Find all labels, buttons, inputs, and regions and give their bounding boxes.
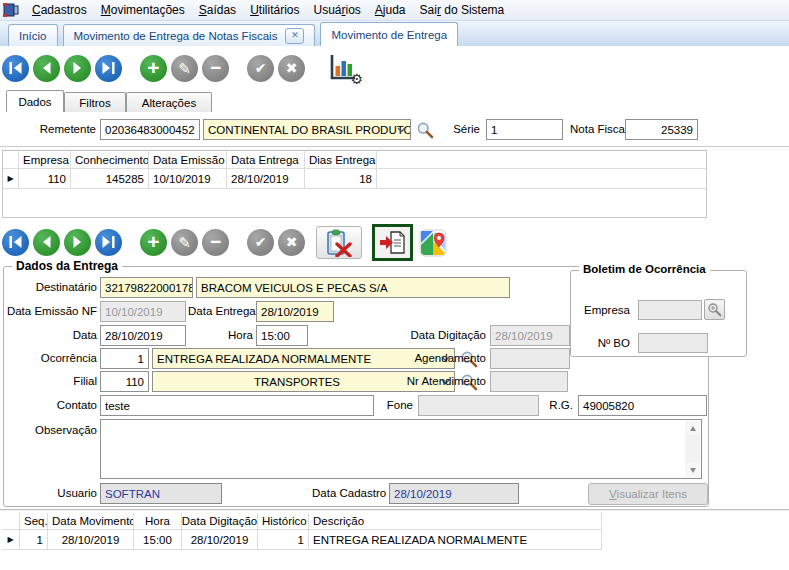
- grid-cell[interactable]: ▶: [3, 169, 19, 189]
- delete-icon: −: [210, 232, 221, 251]
- add-button[interactable]: +: [140, 229, 167, 256]
- table-row[interactable]: ▶11014528510/10/201928/10/201918: [3, 169, 706, 189]
- data-label: Data: [40, 325, 97, 346]
- next-button[interactable]: [64, 55, 91, 82]
- prev-button[interactable]: [33, 55, 60, 82]
- observacao-textarea[interactable]: [100, 419, 702, 479]
- edit-button[interactable]: ✎: [171, 229, 198, 256]
- boletim-title: Boletim de Ocorrência: [579, 263, 710, 275]
- menu-item-ajuda[interactable]: Ajuda: [368, 2, 413, 18]
- bo-empresa-field: [638, 300, 702, 320]
- confirm-button[interactable]: ✔: [247, 229, 274, 256]
- data-cadastro-label: Data Cadastro: [312, 483, 385, 504]
- tab-movimento-de-entrega[interactable]: Movimento de Entrega: [320, 22, 458, 46]
- search-icon[interactable]: [416, 121, 434, 139]
- bo-search-button[interactable]: [704, 299, 725, 320]
- ocorrencia-label: Ocorrência: [30, 348, 97, 369]
- menu-item-usuarios[interactable]: Usuários: [306, 2, 367, 18]
- data-field[interactable]: 28/10/2019: [100, 325, 186, 346]
- grid-cell[interactable]: 110: [19, 169, 71, 189]
- gear-icon: ⚙: [350, 71, 363, 87]
- edit-button[interactable]: ✎: [171, 55, 198, 82]
- grid-cell[interactable]: 28/10/2019: [182, 530, 258, 550]
- add-button[interactable]: +: [140, 55, 167, 82]
- tab-inicio[interactable]: Início: [8, 24, 58, 46]
- serie-field[interactable]: 1: [486, 119, 563, 140]
- ocorrencia-code-field[interactable]: 1: [100, 348, 149, 369]
- first-icon: [9, 236, 22, 248]
- grid-cell[interactable]: 10/10/2019: [149, 169, 227, 189]
- scroll-down-icon[interactable]: [685, 463, 700, 477]
- rg-field[interactable]: 49005820: [578, 395, 707, 416]
- data-emissao-nf-field: 10/10/2019: [100, 301, 186, 322]
- grid-cell[interactable]: 1: [258, 530, 309, 550]
- data-entrega-field[interactable]: 28/10/2019: [256, 301, 334, 322]
- cancel-button[interactable]: ✖: [278, 229, 305, 256]
- grid-header-empresa: Empresa: [19, 151, 71, 169]
- last-button[interactable]: [95, 55, 122, 82]
- delete-button[interactable]: −: [202, 55, 229, 82]
- tab-close-icon[interactable]: ✕: [285, 28, 304, 44]
- scroll-up-icon[interactable]: [685, 421, 700, 435]
- menu-item-movimentacoes[interactable]: Movimentações: [94, 2, 192, 18]
- import-document-button[interactable]: [372, 224, 413, 261]
- scrollbar[interactable]: [685, 421, 700, 477]
- subtab-dados[interactable]: Dados: [6, 90, 64, 112]
- grid-cell[interactable]: 18: [305, 169, 377, 189]
- table-row[interactable]: ▶128/10/201915:0028/10/20191ENTREGA REAL…: [2, 530, 604, 550]
- deliveries-grid: EmpresaConhecimentoData EmissãoData Entr…: [2, 150, 707, 218]
- search-plus-icon: [707, 302, 722, 317]
- grid-cell[interactable]: 15:00: [134, 530, 182, 550]
- delete-button[interactable]: −: [202, 229, 229, 256]
- remetente-code-field[interactable]: 02036483000452: [100, 119, 200, 140]
- agendamento-label: Agendamento: [410, 348, 486, 369]
- prev-button[interactable]: [33, 229, 60, 256]
- menu-item-sair-do-sistema[interactable]: Sair do Sistema: [413, 2, 512, 18]
- contato-label: Contato: [40, 395, 97, 416]
- grid-cell[interactable]: 145285: [71, 169, 149, 189]
- tab-label: Movimento de Entrega: [331, 29, 447, 41]
- first-button[interactable]: [2, 229, 29, 256]
- visualizar-itens-button[interactable]: Visualizar Itens: [588, 483, 708, 505]
- chevron-down-icon[interactable]: [397, 127, 406, 133]
- last-button[interactable]: [95, 229, 122, 256]
- chart-settings-button[interactable]: ⚙: [327, 52, 361, 84]
- confirm-button[interactable]: ✔: [247, 55, 274, 82]
- toolbar-delivery-buttons: +✎−✔✖: [0, 229, 309, 256]
- data-cadastro-field: 28/10/2019: [389, 483, 519, 504]
- filial-label: Filial: [40, 371, 97, 392]
- hora-field[interactable]: 15:00: [256, 325, 308, 346]
- contato-field[interactable]: teste: [100, 395, 374, 416]
- cancel-button[interactable]: ✖: [278, 55, 305, 82]
- grid-header-descricao: Descrição: [309, 513, 602, 530]
- next-button[interactable]: [64, 229, 91, 256]
- cancel-occurrence-button[interactable]: [316, 226, 362, 259]
- filial-code-field[interactable]: 110: [100, 371, 149, 392]
- fone-field: [418, 395, 539, 416]
- grid-cell[interactable]: [377, 169, 706, 189]
- menu-item-saidas[interactable]: Saídas: [192, 2, 243, 18]
- grid-cell[interactable]: 28/10/2019: [48, 530, 134, 550]
- remetente-combo[interactable]: CONTINENTAL DO BRASIL PRODUTOS A: [203, 119, 411, 140]
- nota-fiscal-field[interactable]: 25339: [625, 119, 698, 140]
- destinatario-code-field[interactable]: 32179822000178: [100, 277, 193, 298]
- menu-item-cadastros[interactable]: Cadastros: [25, 2, 94, 18]
- grid-cell[interactable]: ▶: [2, 530, 20, 550]
- grid-cell[interactable]: ENTREGA REALIZADA NORMALMENTE: [309, 530, 602, 550]
- map-button[interactable]: [418, 228, 447, 257]
- subtab-alteracoes[interactable]: Alterações: [126, 92, 212, 112]
- destinatario-name-field[interactable]: BRACOM VEICULOS E PECAS S/A: [196, 277, 510, 298]
- destinatario-label: Destinatário: [18, 277, 97, 298]
- nr-atendimento-label: Nr Atendimento: [404, 371, 486, 392]
- tab-movimento-de-entrega-de-notas-fiscais[interactable]: Movimento de Entrega de Notas Fiscais✕: [63, 24, 316, 46]
- menu-item-utilitarios[interactable]: Utilitários: [243, 2, 306, 18]
- subtab-filtros[interactable]: Filtros: [64, 92, 126, 112]
- grid-cell[interactable]: 28/10/2019: [227, 169, 305, 189]
- grid-cell[interactable]: 1: [20, 530, 48, 550]
- grid-header-dias-entrega: Dias Entrega: [305, 151, 377, 169]
- observacao-label: Observação: [35, 420, 97, 441]
- filial-combo-value: TRANSPORTES: [254, 376, 340, 388]
- first-button[interactable]: [2, 55, 29, 82]
- usuario-label: Usuario: [40, 483, 97, 504]
- edit-icon: ✎: [178, 61, 191, 76]
